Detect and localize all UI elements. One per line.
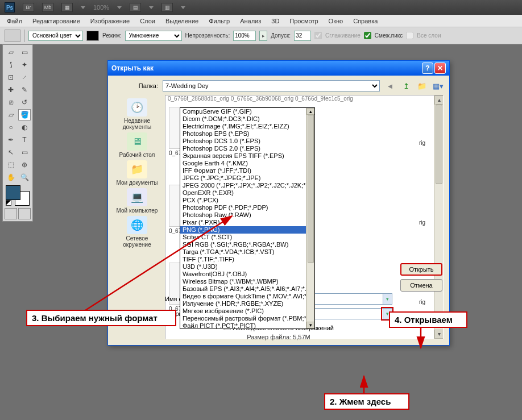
dropdown-icon[interactable] [81, 6, 85, 9]
up-icon[interactable]: ↥ [400, 80, 412, 92]
format-option[interactable]: Google Earth 4 (*.KMZ) [180, 160, 314, 167]
format-option[interactable]: Wavefront|OBJ (*.OBJ) [180, 271, 314, 278]
format-option[interactable]: Видео в формате QuickTime (*.MOV;*.AVI;*… [180, 293, 314, 300]
fg-color-swatch[interactable] [6, 185, 20, 200]
menu-layers[interactable]: Слои [135, 16, 160, 26]
blend-mode-select[interactable]: Умножение [125, 31, 182, 41]
opacity-flyout-icon[interactable] [259, 31, 267, 41]
format-option[interactable]: OpenEXR (*.EXR) [180, 189, 314, 197]
format-dropdown-list[interactable]: ▴▾ CompuServe GIF (*.GIF)Dicom (*.DCM;*.… [180, 107, 315, 329]
menu-window[interactable]: Окно [324, 16, 348, 26]
menu-select[interactable]: Выделение [161, 16, 203, 26]
format-option[interactable]: Файл PICT (*.PCT;*.PICT) [180, 322, 314, 329]
wand-tool-icon[interactable]: ✦ [18, 59, 31, 70]
menu-filter[interactable]: Фильтр [204, 16, 234, 26]
format-option[interactable]: Экранная версия EPS TIFF (*.EPS) [180, 152, 314, 160]
menu-edit[interactable]: Редактирование [28, 16, 85, 26]
zoom-level[interactable]: 100% [93, 4, 109, 11]
cancel-button[interactable]: Отмена [400, 279, 442, 292]
mini-bridge-icon[interactable]: Mb [42, 3, 53, 12]
close-button-icon[interactable]: ✕ [434, 63, 446, 74]
format-option[interactable]: TIFF (*.TIF;*.TIFF) [180, 256, 314, 263]
place-network[interactable]: 🌐Сетевое окружение [114, 216, 160, 248]
format-option[interactable]: PNG (*.PNG) [180, 226, 314, 234]
scroll-down-icon[interactable]: ▾ [306, 322, 315, 328]
format-option[interactable]: CompuServe GIF (*.GIF) [180, 108, 314, 115]
dropdown-icon[interactable] [383, 294, 392, 304]
menu-image[interactable]: Изображение [86, 16, 134, 26]
3d-camera-icon[interactable]: ⊕ [18, 159, 31, 171]
folder-select[interactable]: 7-Wedding Dey [163, 80, 380, 92]
format-option[interactable]: Wireless Bitmap (*.WBM;*.WBMP) [180, 278, 314, 285]
format-option[interactable]: Переносимый растровый формат (*.PBM;*.PG… [180, 315, 314, 322]
format-option[interactable]: Photoshop PDF (*.PDF;*.PDP) [180, 204, 314, 211]
dropdown-icon[interactable] [181, 6, 185, 9]
format-option[interactable]: ElectricImage (*.IMG;*.EI;*.EIZ;*.EIZZ) [180, 123, 314, 130]
place-documents[interactable]: 📁Мои документы [117, 160, 158, 186]
menu-help[interactable]: Справка [349, 16, 382, 26]
stamp-tool-icon[interactable]: ⎚ [5, 97, 17, 108]
opacity-input[interactable] [233, 31, 256, 41]
scroll-down-icon[interactable]: ▾ [434, 330, 444, 339]
quickmask-icon[interactable] [18, 208, 31, 219]
history-brush-icon[interactable]: ↺ [18, 97, 31, 108]
format-option[interactable]: Базовый EPS (*.AI3;*.AI4;*.AI5;*.AI6;*.A… [180, 285, 314, 293]
format-option[interactable]: Dicom (*.DCM;*.DC3;*.DIC) [180, 115, 314, 123]
bucket-tool-icon[interactable]: 🪣 [18, 109, 31, 120]
standard-mode-icon[interactable] [5, 208, 17, 219]
type-tool-icon[interactable]: T [18, 134, 31, 145]
eyedropper-tool-icon[interactable]: ⟋ [18, 72, 31, 83]
back-icon[interactable]: ◄ [384, 80, 396, 92]
format-option[interactable]: Photoshop DCS 2.0 (*.EPS) [180, 145, 314, 152]
fill-source-select[interactable]: Основной цвет [28, 31, 83, 41]
list-scrollbar[interactable]: ▴▾ [306, 108, 314, 328]
dodge-tool-icon[interactable]: ◐ [18, 122, 31, 133]
format-option[interactable]: Pixar (*.PXR) [180, 219, 314, 226]
zoom-tool-icon[interactable]: 🔍 [18, 172, 31, 183]
format-option[interactable]: JPEG (*.JPG;*.JPEG;*.JPE) [180, 174, 314, 182]
default-colors-icon[interactable] [6, 200, 11, 206]
menu-view[interactable]: Просмотр [285, 16, 322, 26]
view-menu-icon[interactable]: ▦▾ [432, 80, 444, 92]
scroll-up-icon[interactable]: ▴ [434, 95, 444, 105]
scrollbar[interactable]: ▴ ▾ [434, 95, 443, 339]
extras-icon[interactable]: ▥ [161, 3, 173, 12]
color-swatches[interactable] [6, 185, 30, 206]
place-computer[interactable]: 💻Мой компьютер [117, 188, 158, 214]
dropdown-icon[interactable] [117, 6, 122, 9]
help-button-icon[interactable]: ? [422, 63, 433, 74]
scroll-thumb[interactable] [308, 115, 314, 263]
bridge-icon[interactable]: Br [23, 3, 34, 12]
blur-tool-icon[interactable]: ○ [5, 122, 17, 133]
contiguous-checkbox[interactable] [364, 32, 371, 39]
scroll-thumb[interactable] [436, 105, 442, 184]
format-option[interactable]: IFF Формат (*.IFF;*.TDI) [180, 167, 314, 174]
new-folder-icon[interactable]: 📁 [416, 80, 428, 92]
move-tool-icon[interactable]: ▱ [5, 47, 17, 58]
format-option[interactable]: U3D (*.U3D) [180, 263, 314, 271]
open-button[interactable]: Открыть [400, 263, 442, 276]
menu-file[interactable]: Файл [2, 16, 27, 26]
hand-tool-icon[interactable]: ✋ [5, 172, 17, 183]
arrange-icon[interactable]: ▤ [130, 3, 141, 12]
format-option[interactable]: Scitex CT (*.SCT) [180, 234, 314, 241]
tolerance-input[interactable] [294, 31, 311, 41]
dialog-titlebar[interactable]: Открыть как ? ✕ [108, 61, 449, 76]
crop-tool-icon[interactable]: ⊡ [5, 72, 17, 83]
shape-tool-icon[interactable]: ▭ [18, 147, 31, 158]
format-option[interactable]: Излучение (*.HDR;*.RGBE;*.XYZE) [180, 300, 314, 307]
path-tool-icon[interactable]: ↖ [5, 147, 17, 158]
menu-analysis[interactable]: Анализ [235, 16, 266, 26]
format-option[interactable]: Photoshop Raw (*.RAW) [180, 211, 314, 219]
marquee-tool-icon[interactable]: ▭ [18, 47, 31, 58]
format-option[interactable]: Photoshop EPS (*.EPS) [180, 130, 314, 138]
tool-preset-icon[interactable] [5, 30, 20, 42]
screen-mode-icon[interactable]: ▦ [61, 3, 73, 12]
format-option[interactable]: PCX (*.PCX) [180, 197, 314, 204]
format-option[interactable]: SGI RGB (*.SGI;*.RGB;*.RGBA;*.BW) [180, 241, 314, 248]
format-option[interactable]: Photoshop DCS 1.0 (*.EPS) [180, 138, 314, 145]
place-desktop[interactable]: 🖥Рабочий стол [119, 132, 155, 158]
lasso-tool-icon[interactable]: ⟆ [5, 59, 17, 70]
menu-3d[interactable]: 3D [267, 16, 284, 26]
place-recent[interactable]: 🕑Недавние документы [114, 98, 160, 130]
